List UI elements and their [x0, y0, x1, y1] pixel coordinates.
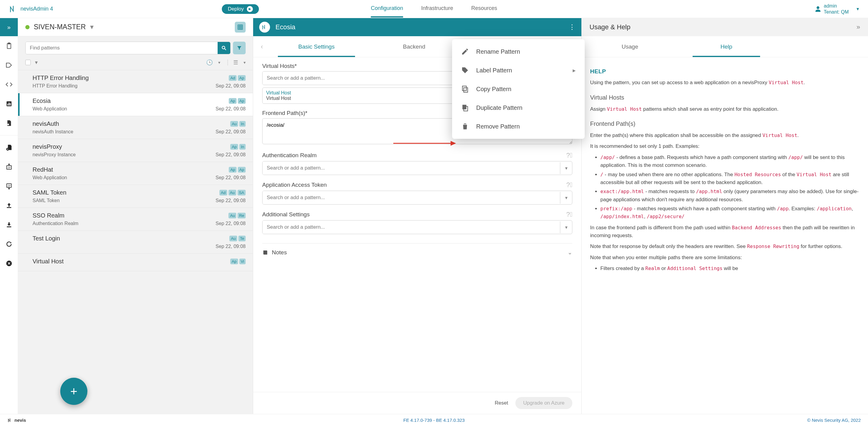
- add-pattern-fab[interactable]: +: [60, 378, 87, 405]
- pattern-name: Test Login: [33, 235, 60, 242]
- access-token-input[interactable]: [262, 191, 560, 204]
- rail-zip-down-icon[interactable]: ZIP: [4, 179, 14, 193]
- history-icon[interactable]: 🕓: [206, 59, 213, 66]
- chevron-down-icon[interactable]: ▾: [244, 60, 246, 65]
- rail-expand[interactable]: »: [0, 18, 18, 36]
- pattern-item[interactable]: SSO RealmAuReAuthentication RealmSep 22,…: [18, 208, 253, 231]
- pattern-item[interactable]: RedHatApApWeb ApplicationSep 22, 09:08: [18, 162, 253, 185]
- pattern-item[interactable]: HTTP Error HandlingAdApHTTP Error Handli…: [18, 70, 253, 93]
- search-button[interactable]: [218, 42, 230, 54]
- nav-infrastructure[interactable]: Infrastructure: [421, 0, 453, 18]
- user-block[interactable]: admin Tenant: QM ▾: [815, 3, 859, 15]
- svg-marker-20: [451, 141, 456, 146]
- more-menu-button[interactable]: ⋮: [569, 23, 575, 31]
- badge: Au: [228, 213, 236, 219]
- rail-add-file-icon[interactable]: [4, 140, 14, 155]
- brand[interactable]: nevisAdmin 4: [9, 5, 53, 13]
- editor-title: Ecosia: [276, 23, 296, 31]
- user-name: admin: [824, 3, 849, 9]
- help-icon[interactable]: ?⃝: [566, 210, 572, 219]
- nav-resources[interactable]: Resources: [471, 0, 497, 18]
- pattern-list: HTTP Error HandlingAdApHTTP Error Handli…: [18, 70, 253, 414]
- additional-combo[interactable]: ▾: [262, 220, 572, 234]
- help-body: HELP Using the pattern, you can set up a…: [582, 57, 868, 282]
- list-view-icon[interactable]: ☰: [233, 59, 238, 66]
- filter-button[interactable]: [233, 41, 246, 54]
- tab-usage[interactable]: Usage: [582, 36, 678, 57]
- project-header: SIVEN-MASTER ▾: [18, 18, 253, 36]
- tag-icon: [461, 66, 469, 74]
- pattern-item[interactable]: Test LoginAuTeSep 22, 09:08: [18, 231, 253, 254]
- tab-help[interactable]: Help: [678, 36, 775, 57]
- topnav: Configuration Infrastructure Resources: [371, 0, 497, 18]
- search-input[interactable]: [26, 42, 218, 54]
- rail-chart-icon[interactable]: [4, 96, 14, 111]
- pattern-item[interactable]: nevisProxyApInnevisProxy InstanceSep 22,…: [18, 139, 253, 162]
- select-all-checkbox[interactable]: [25, 60, 31, 65]
- ctx-rename[interactable]: Rename Pattern: [452, 42, 585, 61]
- pattern-type: SAML Token: [33, 198, 60, 203]
- grid-icon: [237, 24, 243, 30]
- grid-view-button[interactable]: [235, 22, 246, 33]
- pattern-name: Virtual Host: [33, 258, 64, 265]
- rail-clipboard-icon[interactable]: [4, 38, 14, 53]
- notes-section[interactable]: Notes ⌄: [262, 243, 572, 256]
- rail-delete-icon[interactable]: [4, 256, 14, 271]
- dropdown-icon[interactable]: ▾: [560, 192, 572, 204]
- svg-text:ZIP: ZIP: [7, 167, 11, 169]
- badge: Au: [230, 121, 238, 127]
- pattern-date: Sep 22, 09:08: [216, 129, 246, 135]
- dropdown-icon[interactable]: ▾: [560, 222, 572, 233]
- auth-realm-input[interactable]: [262, 162, 560, 175]
- footer-version: FE 4.17.0-739 - BE 4.17.0.323: [403, 418, 464, 423]
- pattern-item[interactable]: EcosiaApApWeb ApplicationSep 22, 09:08: [18, 93, 253, 116]
- svg-rect-15: [464, 88, 468, 92]
- project-selector[interactable]: SIVEN-MASTER ▾: [25, 23, 94, 31]
- svg-rect-5: [10, 103, 10, 105]
- nav-configuration[interactable]: Configuration: [371, 0, 403, 18]
- badge: Ap: [230, 144, 238, 150]
- deploy-button[interactable]: Deploy ▶: [222, 4, 259, 14]
- tab-basic-settings[interactable]: Basic Settings: [268, 36, 365, 57]
- pattern-item[interactable]: Virtual HostApVi: [18, 254, 253, 271]
- ctx-remove[interactable]: Remove Pattern: [452, 117, 585, 136]
- badge: In: [239, 144, 246, 150]
- chevron-down-icon[interactable]: ▾: [218, 60, 220, 65]
- rail-upload-icon[interactable]: [4, 198, 14, 213]
- context-menu: Rename Pattern Label Pattern ▸ Copy Patt…: [452, 39, 585, 139]
- ctx-label[interactable]: Label Pattern ▸: [452, 61, 585, 80]
- reset-button[interactable]: Reset: [495, 400, 508, 406]
- badge: Au: [228, 190, 236, 196]
- pattern-item[interactable]: nevisAuthAuInnevisAuth InstanceSep 22, 0…: [18, 116, 253, 139]
- chevron-down-icon[interactable]: ▾: [35, 59, 38, 66]
- pattern-item[interactable]: SAML TokenAdAuSASAML TokenSep 22, 09:08: [18, 185, 253, 208]
- back-button[interactable]: ‹: [257, 36, 267, 57]
- list-controls: ▾ 🕓 ▾ ☰ ▾: [18, 57, 253, 70]
- book-icon: [262, 250, 268, 256]
- editor-footer: Reset Upgrade on Azure: [253, 392, 581, 414]
- pattern-name: nevisProxy: [33, 143, 62, 150]
- rail-code-icon[interactable]: [4, 77, 14, 92]
- rail-tag-icon[interactable]: [4, 58, 14, 73]
- status-dot-icon: [25, 25, 30, 29]
- ctx-duplicate[interactable]: Duplicate Pattern: [452, 98, 585, 117]
- rail-gear-file-icon[interactable]: [4, 116, 14, 130]
- topbar: nevisAdmin 4 Configuration Infrastructur…: [0, 0, 868, 18]
- auth-realm-combo[interactable]: ▾: [262, 161, 572, 175]
- brand-text: nevisAdmin 4: [21, 6, 53, 12]
- additional-input[interactable]: [262, 221, 560, 234]
- access-token-combo[interactable]: ▾: [262, 191, 572, 204]
- dropdown-icon[interactable]: ▾: [560, 162, 572, 174]
- help-icon[interactable]: ?⃝: [566, 151, 572, 159]
- expand-icon[interactable]: »: [857, 23, 860, 31]
- help-icon[interactable]: ?⃝: [566, 181, 572, 189]
- ctx-copy[interactable]: Copy Pattern: [452, 80, 585, 98]
- badge: Ap: [229, 167, 237, 173]
- rail-zip-up-icon[interactable]: ZIP: [4, 160, 14, 174]
- pattern-badges: ApIn: [230, 144, 246, 150]
- tab-backend[interactable]: Backend: [366, 36, 462, 57]
- rail-refresh-icon[interactable]: [4, 237, 14, 251]
- left-rail: » ZIP ZIP: [0, 18, 18, 414]
- rail-download-icon[interactable]: [4, 218, 14, 232]
- pattern-logo: [259, 22, 270, 33]
